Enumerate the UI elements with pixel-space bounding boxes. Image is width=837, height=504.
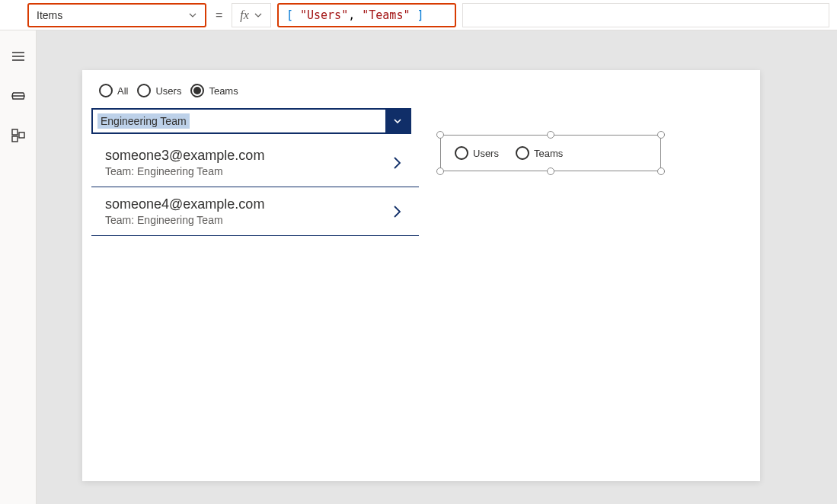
svg-rect-0 bbox=[12, 129, 18, 135]
team-combobox[interactable]: Engineering Team bbox=[91, 108, 411, 134]
canvas-area[interactable]: All Users Teams Engineering Team som bbox=[37, 30, 837, 504]
radio-icon bbox=[99, 84, 113, 97]
components-icon[interactable] bbox=[11, 128, 26, 143]
gallery-item[interactable]: someone4@example.com Team: Engineering T… bbox=[91, 187, 419, 236]
chevron-down-icon bbox=[188, 11, 197, 20]
radio-group-items[interactable]: Users Teams bbox=[441, 136, 660, 171]
chevron-right-icon[interactable] bbox=[388, 155, 405, 171]
resize-handle-br[interactable] bbox=[657, 167, 665, 175]
radio-option-teams[interactable]: Teams bbox=[190, 84, 238, 97]
radio-label-users: Users bbox=[473, 148, 499, 159]
radio-label-teams: Teams bbox=[209, 85, 238, 97]
gallery-item-subtitle: Team: Engineering Team bbox=[105, 214, 264, 226]
radio-icon-selected bbox=[190, 84, 204, 97]
gallery-item-text: someone4@example.com Team: Engineering T… bbox=[105, 196, 264, 226]
tree-view-icon[interactable] bbox=[11, 88, 26, 104]
formula-comma: , bbox=[348, 8, 355, 22]
radio-option-users[interactable]: Users bbox=[455, 146, 499, 160]
resize-handle-tc[interactable] bbox=[547, 131, 554, 139]
property-selector-dropdown[interactable]: Items bbox=[27, 3, 206, 27]
resize-handle-bc[interactable] bbox=[547, 167, 554, 175]
svg-rect-1 bbox=[19, 132, 24, 138]
formula-string-2: "Teams" bbox=[362, 8, 410, 22]
formula-open-bracket: [ bbox=[286, 8, 293, 22]
equals-label: = bbox=[216, 8, 222, 22]
radio-label-users: Users bbox=[155, 85, 181, 97]
radio-label-teams: Teams bbox=[534, 148, 563, 159]
radio-option-teams[interactable]: Teams bbox=[516, 146, 563, 160]
hamburger-icon[interactable] bbox=[11, 49, 26, 64]
resize-handle-tr[interactable] bbox=[657, 131, 665, 139]
formula-bar-rest[interactable] bbox=[462, 3, 829, 27]
radio-option-users[interactable]: Users bbox=[137, 84, 181, 97]
radio-icon bbox=[516, 146, 529, 160]
radio-label-all: All bbox=[117, 85, 128, 97]
formula-input[interactable]: [ "Users" , "Teams" ] bbox=[277, 3, 456, 27]
chevron-down-icon bbox=[392, 116, 403, 126]
left-rail bbox=[0, 30, 37, 504]
gallery-item-title: someone4@example.com bbox=[105, 196, 264, 212]
selected-radio-control[interactable]: Users Teams bbox=[440, 135, 661, 171]
resize-handle-bl[interactable] bbox=[436, 167, 444, 175]
formula-bar: Items = fx [ "Users" , "Teams" ] bbox=[0, 0, 837, 30]
property-label: Items bbox=[37, 9, 62, 21]
formula-close-bracket: ] bbox=[417, 8, 423, 22]
gallery-item[interactable]: someone3@example.com Team: Engineering T… bbox=[91, 139, 419, 187]
radio-icon bbox=[455, 146, 468, 160]
combobox-selected-value: Engineering Team bbox=[97, 113, 190, 129]
combobox-chevron-button[interactable] bbox=[385, 110, 410, 132]
gallery-users: someone3@example.com Team: Engineering T… bbox=[91, 139, 419, 236]
fx-dropdown[interactable]: fx bbox=[232, 3, 271, 27]
formula-string-1: "Users" bbox=[300, 8, 348, 22]
fx-label: fx bbox=[240, 8, 249, 22]
chevron-right-icon[interactable] bbox=[388, 203, 405, 220]
radio-icon bbox=[137, 84, 151, 97]
resize-handle-tl[interactable] bbox=[436, 131, 444, 139]
chevron-down-icon bbox=[254, 11, 263, 20]
app-screen: All Users Teams Engineering Team som bbox=[82, 70, 760, 481]
radio-option-all[interactable]: All bbox=[99, 84, 128, 97]
radio-group-filter[interactable]: All Users Teams bbox=[91, 84, 751, 97]
svg-rect-2 bbox=[12, 136, 18, 142]
gallery-item-title: someone3@example.com bbox=[105, 148, 264, 164]
gallery-item-subtitle: Team: Engineering Team bbox=[105, 165, 264, 177]
gallery-item-text: someone3@example.com Team: Engineering T… bbox=[105, 148, 264, 177]
